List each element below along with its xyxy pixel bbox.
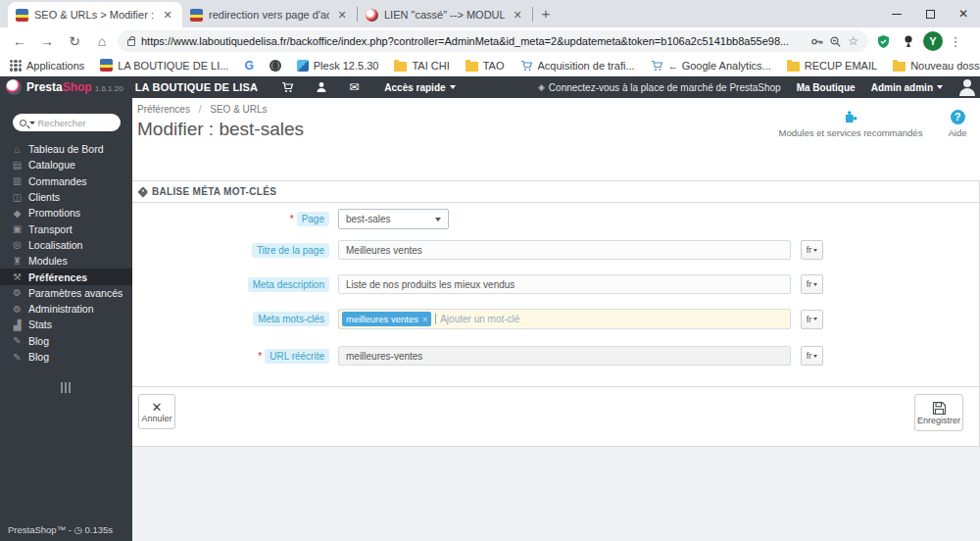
sidebar-item-preferences[interactable]: ⚒Préférences xyxy=(0,269,132,284)
gear-icon: ⚙ xyxy=(10,304,24,315)
page-title-input[interactable]: Meilleures ventes xyxy=(338,240,791,260)
sidebar-item-localisation[interactable]: ◎Localisation xyxy=(0,237,132,253)
bookmark-google[interactable]: G xyxy=(244,59,253,73)
field-label: URL réécrite xyxy=(265,349,329,364)
sidebar-item-modules[interactable]: ♜Modules xyxy=(0,253,132,269)
tab-close-icon[interactable]: ✕ xyxy=(511,8,524,22)
bookmark-folder-tao[interactable]: TAO xyxy=(466,60,505,72)
site-favicon xyxy=(190,9,203,22)
bookmark-folder-nouveau-dossier[interactable]: Nouveau dossier xyxy=(893,60,980,72)
user-avatar[interactable] xyxy=(958,78,976,96)
tab-lien-casse[interactable]: LIEN "cassé" --> MODULE MEILL ✕ xyxy=(358,2,532,27)
key-icon[interactable] xyxy=(810,35,823,48)
save-button[interactable]: Enregistrer xyxy=(914,394,963,431)
marketplace-link[interactable]: ◈ Connectez-vous à la place de marché de… xyxy=(538,82,781,93)
cart-icon[interactable] xyxy=(281,81,294,93)
forward-icon[interactable]: → xyxy=(35,29,59,53)
user-menu[interactable]: Admin admin xyxy=(871,82,943,93)
floppy-disk-icon xyxy=(932,401,947,416)
sidebar-item-administration[interactable]: ⚙Administration xyxy=(0,301,132,317)
sidebar-search[interactable] xyxy=(13,114,121,131)
tab-close-icon[interactable]: ✕ xyxy=(335,8,349,22)
folder-icon xyxy=(893,62,906,72)
remove-tag-icon[interactable]: × xyxy=(422,315,427,324)
meta-description-input[interactable]: Liste de nos produits les mieux vendus xyxy=(338,274,791,294)
meta-keywords-input[interactable]: meilleures ventes × Ajouter un mot-clé xyxy=(338,309,791,329)
panel-title: BALISE MÉTA MOT-CLÉS xyxy=(152,186,276,197)
tab-close-icon[interactable]: ✕ xyxy=(161,8,174,22)
url-text[interactable]: https://www.laboutiquedelisa.fr/backoffi… xyxy=(141,35,805,47)
bookmark-star-icon[interactable]: ☆ xyxy=(848,34,858,48)
sidebar-item-blog-1[interactable]: ✎Blog xyxy=(0,333,132,349)
rewritten-url-input[interactable]: meilleures-ventes xyxy=(338,346,791,366)
bookmark-folder-recup-email[interactable]: RECUP EMAIL xyxy=(787,60,877,72)
bookmark-google-analytics[interactable]: ← Google Analytics... xyxy=(651,60,771,72)
chart-icon: ▟ xyxy=(10,320,24,330)
language-selector[interactable]: fr xyxy=(801,310,823,329)
google-icon: G xyxy=(244,59,253,73)
field-label: Titre de la page xyxy=(252,243,329,258)
keyword-tag[interactable]: meilleures ventes × xyxy=(342,312,431,326)
envelope-icon[interactable]: ✉ xyxy=(349,80,359,94)
bookmark-folder-taichi[interactable]: TAI CHI xyxy=(394,60,449,72)
globe-icon xyxy=(270,60,281,72)
browser-menu-icon[interactable]: ⋮ xyxy=(947,34,964,49)
home-icon[interactable]: ⌂ xyxy=(90,29,114,53)
sidebar-item-blog-2[interactable]: ✎Blog xyxy=(0,349,132,365)
sidebar-item-tableau-de-bord[interactable]: ⌂Tableau de Bord xyxy=(0,141,132,157)
users-icon: ◫ xyxy=(10,192,24,203)
bookmark-globe[interactable] xyxy=(270,60,281,72)
field-label: Meta mots-clés xyxy=(253,312,329,326)
sidebar-item-stats[interactable]: ▟Stats xyxy=(0,317,132,332)
bookmark-label: TAI CHI xyxy=(412,60,449,72)
cancel-button[interactable]: ✕ Annuler xyxy=(138,394,175,429)
person-icon[interactable] xyxy=(316,81,327,93)
breadcrumb-parent[interactable]: Préférences xyxy=(137,104,190,115)
modules-recommended-link[interactable]: Modules et services recommandés xyxy=(772,108,929,138)
tab-redirection[interactable]: redirection vers page d'accueil la ✕ xyxy=(182,2,357,27)
tab-seo-urls[interactable]: SEO & URLs > Modifier : best-sal ✕ xyxy=(8,2,182,27)
bookmarks-bar: Applications LA BOUTIQUE DE LI... G Ples… xyxy=(0,55,980,76)
sidebar-item-catalogue[interactable]: ▤Catalogue xyxy=(0,157,132,172)
new-tab-button[interactable]: + xyxy=(533,2,559,27)
search-input[interactable] xyxy=(38,118,105,128)
language-selector[interactable]: fr xyxy=(801,274,823,294)
language-selector[interactable]: fr xyxy=(801,240,823,260)
sidebar-item-promotions[interactable]: ◆Promotions xyxy=(0,205,132,221)
maximize-button[interactable] xyxy=(913,0,947,27)
main-area: Préférences / SEO & URLs Modifier : best… xyxy=(132,98,980,541)
cancel-x-icon: ✕ xyxy=(152,401,163,414)
sidebar-item-transport[interactable]: ▣Transport xyxy=(0,221,132,236)
zoom-icon[interactable] xyxy=(829,35,842,48)
panel-header: BALISE MÉTA MOT-CLÉS xyxy=(132,181,979,203)
sidebar-item-clients[interactable]: ◫Clients xyxy=(0,189,132,205)
sidebar-item-parametres-avances[interactable]: ⚙Paramètres avancés xyxy=(0,285,132,301)
sidebar-item-commandes[interactable]: ▥Commandes xyxy=(0,173,132,189)
globe-icon: ◎ xyxy=(10,239,24,250)
shield-extension-icon[interactable] xyxy=(872,30,894,52)
bookmark-acquisition[interactable]: Acquisition de trafi... xyxy=(520,60,635,72)
tag-icon xyxy=(137,186,148,197)
breadcrumb-current[interactable]: SEO & URLs xyxy=(210,104,267,115)
prestashop-logo[interactable] xyxy=(6,79,22,95)
url-input[interactable]: https://www.laboutiquedelisa.fr/backoffi… xyxy=(118,30,868,52)
profile-avatar[interactable]: Y xyxy=(923,31,943,51)
bookmark-la-boutique[interactable]: LA BOUTIQUE DE LI... xyxy=(100,59,228,72)
close-window-button[interactable]: ✕ xyxy=(947,0,980,27)
bookmark-label: ← Google Analytics... xyxy=(668,60,771,72)
bookmark-plesk[interactable]: Plesk 12.5.30 xyxy=(297,60,379,72)
minimize-button[interactable] xyxy=(880,0,913,27)
reload-icon[interactable]: ↻ xyxy=(63,29,86,53)
sidebar-collapse-handle[interactable] xyxy=(61,382,72,393)
pin-extension-icon[interactable] xyxy=(898,30,919,52)
shop-name-link[interactable]: LA BOUTIQUE DE LISA xyxy=(135,81,259,93)
page-select[interactable]: best-sales xyxy=(338,209,449,229)
help-link[interactable]: ? Aide xyxy=(941,108,974,138)
back-icon[interactable]: ← xyxy=(8,29,31,53)
bookmark-applications[interactable]: Applications xyxy=(10,60,84,72)
puzzle-icon xyxy=(843,108,859,125)
quick-access-menu[interactable]: Accès rapide xyxy=(384,82,455,93)
gears-icon: ⚙ xyxy=(10,287,24,298)
language-selector[interactable]: fr xyxy=(801,346,823,366)
my-shop-link[interactable]: Ma Boutique xyxy=(797,82,856,93)
